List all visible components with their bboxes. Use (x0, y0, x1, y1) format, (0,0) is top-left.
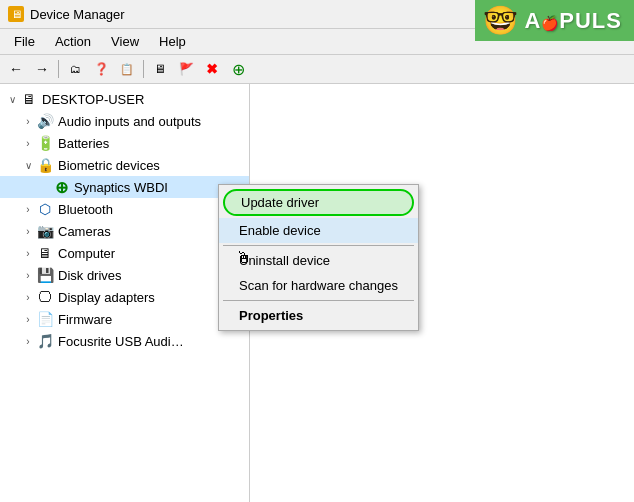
forward-button[interactable]: → (30, 58, 54, 80)
context-menu: Update driver Enable device Uninstall de… (218, 184, 419, 331)
tree-item-biometric[interactable]: ∨ 🔒 Biometric devices (0, 154, 249, 176)
audio-icon: 🔊 (36, 112, 54, 130)
firmware-label: Firmware (58, 312, 112, 327)
focusrite-icon: 🎵 (36, 332, 54, 350)
computer-label: Computer (58, 246, 115, 261)
menu-action[interactable]: Action (45, 31, 101, 52)
tree-item-disk[interactable]: › 💾 Disk drives (0, 264, 249, 286)
toolbar-separator-2 (143, 60, 144, 78)
focusrite-expand-icon: › (20, 336, 36, 347)
ctx-uninstall-device[interactable]: Uninstall device (219, 248, 418, 273)
title-bar-title: Device Manager (30, 7, 125, 22)
properties-label: Properties (239, 308, 303, 323)
main-area: ∨ 🖥 DESKTOP-USER › 🔊 Audio inputs and ou… (0, 84, 634, 502)
tree-item-firmware[interactable]: › 📄 Firmware (0, 308, 249, 330)
root-label: DESKTOP-USER (42, 92, 144, 107)
tree-item-audio[interactable]: › 🔊 Audio inputs and outputs (0, 110, 249, 132)
title-bar-icon: 🖥 (8, 6, 24, 22)
display-button[interactable]: 🖥 (148, 58, 172, 80)
firmware-expand-icon: › (20, 314, 36, 325)
brand-mascot-icon: 🤓 (483, 4, 518, 37)
tree-item-batteries[interactable]: › 🔋 Batteries (0, 132, 249, 154)
properties-button[interactable]: 🗂 (63, 58, 87, 80)
bluetooth-icon: ⬡ (36, 200, 54, 218)
bluetooth-expand-icon: › (20, 204, 36, 215)
device-tree: ∨ 🖥 DESKTOP-USER › 🔊 Audio inputs and ou… (0, 84, 250, 502)
ctx-scan-hardware[interactable]: Scan for hardware changes (219, 273, 418, 298)
tree-item-focusrite[interactable]: › 🎵 Focusrite USB Audi… (0, 330, 249, 352)
root-expand-icon: ∨ (4, 94, 20, 105)
ctx-separator (223, 245, 414, 246)
display-expand-icon: › (20, 292, 36, 303)
menu-view[interactable]: View (101, 31, 149, 52)
tree-item-cameras[interactable]: › 📷 Cameras (0, 220, 249, 242)
help-button[interactable]: ❓ (89, 58, 113, 80)
scan-button[interactable]: 📋 (115, 58, 139, 80)
ctx-update-driver[interactable]: Update driver (223, 189, 414, 216)
cameras-expand-icon: › (20, 226, 36, 237)
biometric-icon: 🔒 (36, 156, 54, 174)
update-button[interactable]: ⊕ (226, 58, 250, 80)
title-bar: 🖥 Device Manager 🤓 A🍎PULS (0, 0, 634, 29)
ctx-separator-2 (223, 300, 414, 301)
tree-item-display[interactable]: › 🖵 Display adapters (0, 286, 249, 308)
synaptics-icon: ⊕ (52, 178, 70, 196)
cameras-label: Cameras (58, 224, 111, 239)
update-driver-label: Update driver (241, 195, 319, 210)
display-icon: 🖵 (36, 288, 54, 306)
back-button[interactable]: ← (4, 58, 28, 80)
flag-button[interactable]: 🚩 (174, 58, 198, 80)
display-label: Display adapters (58, 290, 155, 305)
menu-help[interactable]: Help (149, 31, 196, 52)
disk-label: Disk drives (58, 268, 122, 283)
menu-file[interactable]: File (4, 31, 45, 52)
focusrite-label: Focusrite USB Audi… (58, 334, 184, 349)
ctx-properties[interactable]: Properties (219, 303, 418, 328)
uninstall-device-label: Uninstall device (239, 253, 330, 268)
tree-root[interactable]: ∨ 🖥 DESKTOP-USER (0, 88, 249, 110)
toolbar: ← → 🗂 ❓ 📋 🖥 🚩 ✖ ⊕ (0, 55, 634, 84)
audio-expand-icon: › (20, 116, 36, 127)
brand-logo: A🍎PULS (524, 8, 622, 34)
batteries-icon: 🔋 (36, 134, 54, 152)
toolbar-separator-1 (58, 60, 59, 78)
biometric-label: Biometric devices (58, 158, 160, 173)
disk-expand-icon: › (20, 270, 36, 281)
computer-expand-icon: › (20, 248, 36, 259)
root-icon: 🖥 (20, 90, 38, 108)
enable-device-label: Enable device (239, 223, 321, 238)
computer-icon: 🖥 (36, 244, 54, 262)
tree-item-synaptics[interactable]: ⊕ Synaptics WBDI (0, 176, 249, 198)
biometric-expand-icon: ∨ (20, 160, 36, 171)
tree-item-computer[interactable]: › 🖥 Computer (0, 242, 249, 264)
audio-label: Audio inputs and outputs (58, 114, 201, 129)
cameras-icon: 📷 (36, 222, 54, 240)
disk-icon: 💾 (36, 266, 54, 284)
synaptics-label: Synaptics WBDI (74, 180, 168, 195)
brand-area: 🤓 A🍎PULS (475, 0, 634, 41)
batteries-expand-icon: › (20, 138, 36, 149)
bluetooth-label: Bluetooth (58, 202, 113, 217)
tree-item-bluetooth[interactable]: › ⬡ Bluetooth (0, 198, 249, 220)
ctx-enable-device[interactable]: Enable device (219, 218, 418, 243)
firmware-icon: 📄 (36, 310, 54, 328)
scan-hardware-label: Scan for hardware changes (239, 278, 398, 293)
delete-button[interactable]: ✖ (200, 58, 224, 80)
batteries-label: Batteries (58, 136, 109, 151)
